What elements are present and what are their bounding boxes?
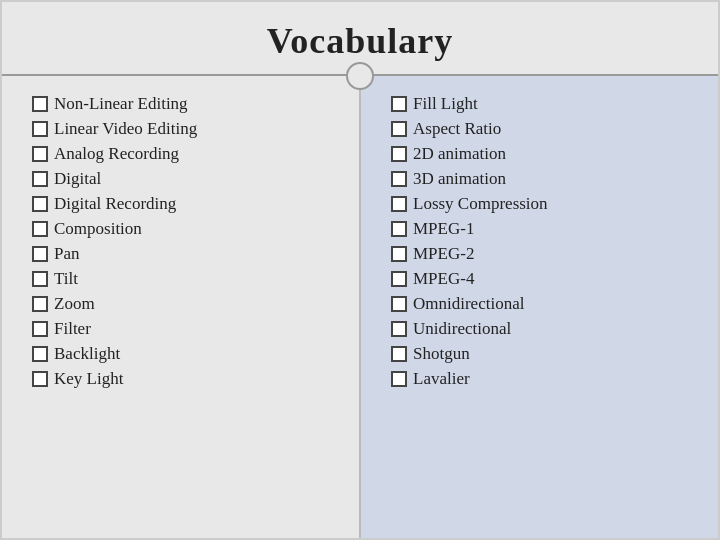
checkbox-icon xyxy=(32,146,48,162)
slide: Vocabulary Non-Linear EditingLinear Vide… xyxy=(0,0,720,540)
checkbox-icon xyxy=(32,296,48,312)
checkbox-icon xyxy=(32,346,48,362)
vocab-label: Filter xyxy=(54,319,91,339)
left-vocab-item: Pan xyxy=(32,244,339,264)
checkbox-icon xyxy=(391,321,407,337)
vocab-label: MPEG-2 xyxy=(413,244,474,264)
vocab-label: Digital xyxy=(54,169,101,189)
checkbox-icon xyxy=(32,96,48,112)
right-vocab-item: Omnidirectional xyxy=(391,294,698,314)
vocab-label: Digital Recording xyxy=(54,194,176,214)
checkbox-icon xyxy=(32,221,48,237)
checkbox-icon xyxy=(32,121,48,137)
left-vocab-item: Digital xyxy=(32,169,339,189)
vocab-label: Lavalier xyxy=(413,369,470,389)
vocab-label: MPEG-1 xyxy=(413,219,474,239)
vocab-label: Aspect Ratio xyxy=(413,119,501,139)
checkbox-icon xyxy=(391,96,407,112)
content-area: Non-Linear EditingLinear Video EditingAn… xyxy=(2,76,718,538)
checkbox-icon xyxy=(391,121,407,137)
checkbox-icon xyxy=(391,371,407,387)
right-vocab-item: Lossy Compression xyxy=(391,194,698,214)
checkbox-icon xyxy=(391,271,407,287)
left-vocab-item: Filter xyxy=(32,319,339,339)
left-vocab-item: Backlight xyxy=(32,344,339,364)
vocab-label: Omnidirectional xyxy=(413,294,524,314)
right-vocab-item: Unidirectional xyxy=(391,319,698,339)
left-vocab-item: Digital Recording xyxy=(32,194,339,214)
right-vocab-item: MPEG-1 xyxy=(391,219,698,239)
left-vocab-item: Key Light xyxy=(32,369,339,389)
vocab-label: Pan xyxy=(54,244,80,264)
vocab-label: Backlight xyxy=(54,344,120,364)
checkbox-icon xyxy=(32,371,48,387)
vocab-label: Fill Light xyxy=(413,94,478,114)
vocab-label: MPEG-4 xyxy=(413,269,474,289)
vocab-label: Tilt xyxy=(54,269,78,289)
right-vocab-item: Lavalier xyxy=(391,369,698,389)
right-vocab-item: Aspect Ratio xyxy=(391,119,698,139)
left-vocab-item: Tilt xyxy=(32,269,339,289)
vocab-label: Linear Video Editing xyxy=(54,119,197,139)
right-vocab-item: MPEG-4 xyxy=(391,269,698,289)
checkbox-icon xyxy=(391,171,407,187)
left-column: Non-Linear EditingLinear Video EditingAn… xyxy=(2,76,361,538)
center-circle xyxy=(346,62,374,90)
vocab-label: 3D animation xyxy=(413,169,506,189)
left-vocab-item: Non-Linear Editing xyxy=(32,94,339,114)
vocab-label: 2D animation xyxy=(413,144,506,164)
slide-title: Vocabulary xyxy=(2,20,718,62)
checkbox-icon xyxy=(32,246,48,262)
checkbox-icon xyxy=(32,271,48,287)
checkbox-icon xyxy=(391,146,407,162)
vocab-label: Unidirectional xyxy=(413,319,511,339)
vocab-label: Composition xyxy=(54,219,142,239)
checkbox-icon xyxy=(391,246,407,262)
vocab-label: Zoom xyxy=(54,294,95,314)
vocab-label: Key Light xyxy=(54,369,123,389)
checkbox-icon xyxy=(391,296,407,312)
vocab-label: Non-Linear Editing xyxy=(54,94,188,114)
left-vocab-item: Analog Recording xyxy=(32,144,339,164)
right-vocab-item: MPEG-2 xyxy=(391,244,698,264)
checkbox-icon xyxy=(32,321,48,337)
right-vocab-item: Shotgun xyxy=(391,344,698,364)
vocab-label: Lossy Compression xyxy=(413,194,548,214)
left-vocab-item: Zoom xyxy=(32,294,339,314)
checkbox-icon xyxy=(391,346,407,362)
checkbox-icon xyxy=(32,171,48,187)
vocab-label: Shotgun xyxy=(413,344,470,364)
right-column: Fill LightAspect Ratio2D animation3D ani… xyxy=(361,76,718,538)
checkbox-icon xyxy=(391,196,407,212)
right-vocab-item: 2D animation xyxy=(391,144,698,164)
checkbox-icon xyxy=(391,221,407,237)
vocab-label: Analog Recording xyxy=(54,144,179,164)
left-vocab-item: Composition xyxy=(32,219,339,239)
checkbox-icon xyxy=(32,196,48,212)
right-vocab-item: Fill Light xyxy=(391,94,698,114)
left-vocab-item: Linear Video Editing xyxy=(32,119,339,139)
right-vocab-item: 3D animation xyxy=(391,169,698,189)
